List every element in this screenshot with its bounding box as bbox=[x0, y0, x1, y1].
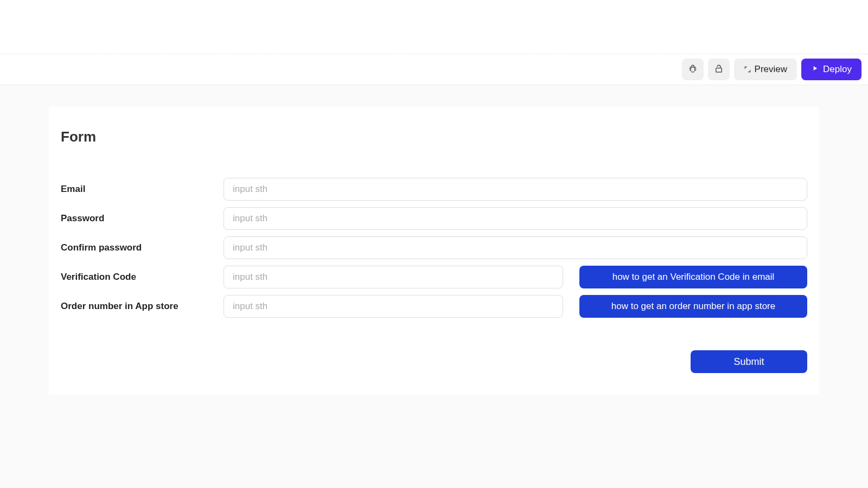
input-password[interactable] bbox=[224, 207, 807, 230]
preview-button[interactable]: Preview bbox=[734, 59, 797, 80]
input-confirm-password[interactable] bbox=[224, 236, 807, 259]
expand-icon bbox=[744, 66, 751, 73]
label-email: Email bbox=[61, 184, 207, 195]
row-password: Password bbox=[61, 207, 807, 230]
submit-row: Submit bbox=[61, 350, 807, 373]
bug-icon bbox=[688, 64, 698, 75]
deploy-label: Deploy bbox=[823, 64, 852, 75]
deploy-button[interactable]: Deploy bbox=[801, 59, 861, 80]
toolbar: Preview Deploy bbox=[0, 54, 868, 85]
top-spacer bbox=[0, 0, 868, 54]
label-verification-code: Verification Code bbox=[61, 272, 207, 282]
help-verification-code-button[interactable]: how to get an Verification Code in email bbox=[579, 266, 807, 288]
unlock-icon bbox=[714, 64, 724, 75]
row-verification-code: Verification Code how to get an Verifica… bbox=[61, 266, 807, 288]
row-order-number: Order number in App store how to get an … bbox=[61, 295, 807, 318]
form-card: Form Email Password Confirm password Ver… bbox=[49, 107, 819, 395]
play-icon bbox=[811, 64, 819, 75]
lock-button[interactable] bbox=[708, 59, 730, 80]
row-email: Email bbox=[61, 178, 807, 201]
label-order-number: Order number in App store bbox=[61, 301, 207, 312]
order-number-wrap: how to get an order number in app store bbox=[224, 295, 807, 318]
row-confirm-password: Confirm password bbox=[61, 236, 807, 259]
input-email[interactable] bbox=[224, 178, 807, 201]
verification-code-wrap: how to get an Verification Code in email bbox=[224, 266, 807, 288]
canvas: Form Email Password Confirm password Ver… bbox=[0, 85, 868, 395]
help-order-number-button[interactable]: how to get an order number in app store bbox=[579, 295, 807, 318]
input-order-number[interactable] bbox=[224, 295, 563, 318]
form-title: Form bbox=[61, 129, 807, 145]
label-confirm-password: Confirm password bbox=[61, 242, 207, 253]
preview-label: Preview bbox=[755, 64, 787, 75]
label-password: Password bbox=[61, 213, 207, 224]
settings-button[interactable] bbox=[682, 59, 704, 80]
submit-button[interactable]: Submit bbox=[691, 350, 807, 373]
input-verification-code[interactable] bbox=[224, 266, 563, 288]
